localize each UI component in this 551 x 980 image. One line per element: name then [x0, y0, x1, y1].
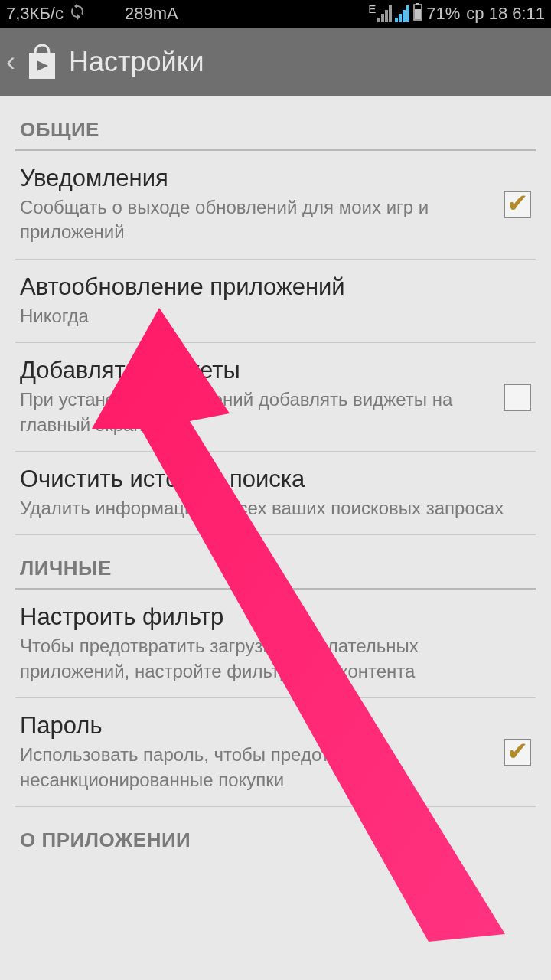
setting-sub: Никогда — [20, 304, 531, 328]
network-speed: 7,3КБ/с — [6, 4, 64, 24]
status-date: ср 18 — [466, 4, 507, 24]
setting-title: Уведомления — [20, 165, 490, 192]
setting-sub: Удалить информацию о всех ваших поисковы… — [20, 496, 531, 521]
settings-list: ОБЩИЕ Уведомления Сообщать о выходе обно… — [0, 96, 551, 855]
setting-title: Очистить историю поиска — [20, 466, 531, 493]
svg-rect-2 — [415, 9, 421, 19]
setting-sub: Использовать пароль, чтобы предотвратить… — [20, 743, 490, 792]
section-about: О ПРИЛОЖЕНИИ — [15, 807, 536, 855]
setting-sub: Сообщать о выходе обновлений для моих иг… — [20, 195, 490, 245]
setting-sub: При установке приложений добавлять видже… — [20, 387, 490, 437]
setting-clear-history[interactable]: Очистить историю поиска Удалить информац… — [15, 452, 536, 535]
battery-percent: 71% — [426, 4, 460, 24]
check-icon: ✔ — [507, 190, 528, 216]
setting-autoupdate[interactable]: Автообновление приложений Никогда — [15, 260, 536, 343]
current-draw: 289mA — [125, 4, 178, 23]
setting-title: Пароль — [20, 712, 490, 740]
svg-rect-1 — [416, 3, 419, 5]
widgets-checkbox[interactable] — [504, 384, 531, 411]
setting-sub: Чтобы предотвратить загрузку нежелательн… — [20, 634, 531, 684]
setting-filter[interactable]: Настроить фильтр Чтобы предотвратить заг… — [15, 590, 536, 698]
status-time: 6:11 — [512, 4, 545, 24]
play-store-icon[interactable] — [26, 44, 58, 80]
app-bar: ‹ Настройки — [0, 28, 551, 96]
page-title: Настройки — [69, 46, 204, 78]
check-icon: ✔ — [507, 738, 528, 764]
notifications-checkbox[interactable]: ✔ — [504, 191, 531, 218]
status-bar: 7,3КБ/с 289mA E 71% ср 18 6:11 — [0, 0, 551, 28]
setting-notifications[interactable]: Уведомления Сообщать о выходе обновлений… — [15, 151, 536, 260]
password-checkbox[interactable]: ✔ — [504, 739, 531, 766]
signal-icon-2 — [395, 5, 409, 22]
setting-title: Настроить фильтр — [20, 603, 531, 631]
back-icon[interactable]: ‹ — [6, 46, 15, 78]
sync-icon — [68, 2, 86, 25]
setting-title: Добавлять виджеты — [20, 357, 490, 384]
setting-password[interactable]: Пароль Использовать пароль, чтобы предот… — [15, 698, 536, 807]
setting-widgets[interactable]: Добавлять виджеты При установке приложен… — [15, 343, 536, 452]
signal-icon-1 — [377, 5, 392, 22]
setting-title: Автообновление приложений — [20, 273, 531, 301]
edge-indicator: E — [368, 2, 376, 15]
battery-icon — [412, 2, 423, 25]
section-general: ОБЩИЕ — [15, 96, 536, 151]
section-personal: ЛИЧНЫЕ — [15, 535, 536, 590]
